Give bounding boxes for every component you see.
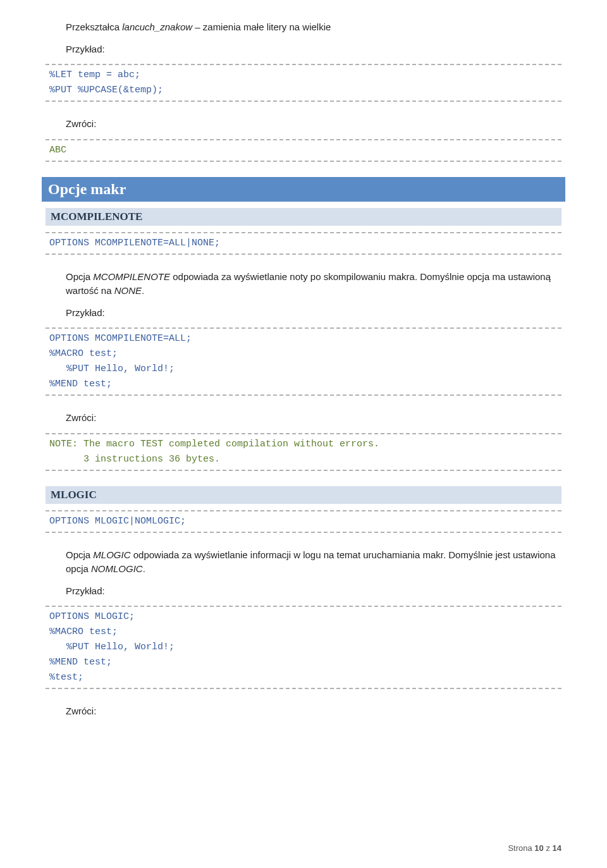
code-output: ABC (46, 139, 561, 162)
code-block: OPTIONS MLOGIC; %MACRO test; %PUT Hello,… (46, 606, 561, 689)
footer-mid: z (544, 843, 553, 853)
intro-description: Przekształca lancuch_znakow – zamienia m… (66, 20, 561, 35)
text: . (143, 563, 145, 574)
example-label: Przykład: (66, 306, 561, 321)
text-italic: MLOGIC (93, 549, 130, 560)
heading-mlogic: MLOGIC (46, 486, 561, 504)
document-page: Przekształca lancuch_znakow – zamienia m… (0, 0, 607, 868)
mcompilenote-description: Opcja MCOMPILENOTE odpowiada za wyświetl… (66, 270, 561, 298)
text: Przekształca (66, 21, 122, 32)
text: – zamienia małe litery na wielkie (192, 21, 331, 32)
text: Opcja (66, 271, 93, 282)
footer-page-total: 14 (553, 843, 561, 853)
footer-prefix: Strona (508, 843, 534, 853)
text-italic: NONE (114, 285, 142, 296)
returns-label: Zwróci: (66, 411, 561, 425)
example-label: Przykład: (66, 584, 561, 599)
code-block: OPTIONS MCOMPILENOTE=ALL; %MACRO test; %… (46, 327, 561, 396)
text: Opcja (66, 549, 93, 560)
syntax-block: OPTIONS MCOMPILENOTE=ALL|NONE; (46, 232, 561, 255)
footer-page-current: 10 (534, 843, 543, 853)
text: . (142, 285, 144, 296)
text-italic: NOMLOGIC (91, 563, 143, 574)
text-italic: MCOMPILENOTE (93, 271, 170, 282)
returns-label: Zwróci: (66, 704, 561, 719)
heading-opcje-makr: Opcje makr (42, 177, 565, 202)
code-output: NOTE: The macro TEST completed compilati… (46, 433, 561, 471)
returns-label: Zwróci: (66, 117, 561, 131)
example-label: Przykład: (66, 42, 561, 57)
text-italic: lancuch_znakow (122, 21, 192, 32)
mlogic-description: Opcja MLOGIC odpowiada za wyświetlanie i… (66, 548, 561, 577)
syntax-block: OPTIONS MLOGIC|NOMLOGIC; (46, 510, 561, 533)
heading-mcompilenote: MCOMPILENOTE (46, 208, 561, 226)
code-block: %LET temp = abc; %PUT %UPCASE(&temp); (46, 64, 561, 102)
page-footer: Strona 10 z 14 (508, 843, 561, 853)
